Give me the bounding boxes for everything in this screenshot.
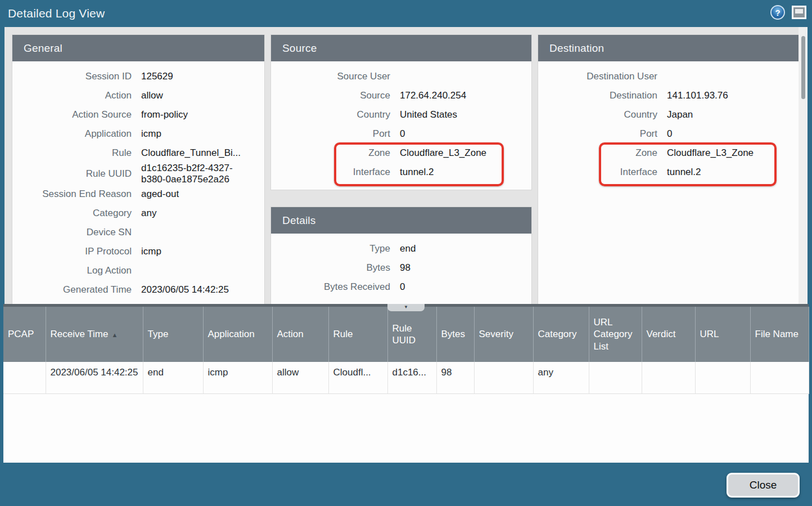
field-row-port: Port0 [271, 124, 531, 144]
general-panel-title: General [12, 35, 264, 61]
field-row-rule: RuleCloudflare_Tunnel_Bi... [12, 144, 264, 163]
field-row-source: Source172.64.240.254 [271, 86, 531, 105]
field-row-action: Actionallow [12, 86, 264, 105]
destination-panel-title: Destination [538, 35, 799, 61]
field-row-session-id: Session ID125629 [12, 67, 264, 86]
cell-severity [474, 362, 533, 393]
field-value: Cloudflare_Tunnel_Bi... [141, 147, 254, 159]
field-label: Generated Time [12, 284, 132, 295]
field-row-zone: ZoneCloudflare_L3_Zone [271, 144, 531, 163]
destination-panel-body: Destination UserDestination141.101.93.76… [538, 61, 799, 182]
details-panel-title: Details [271, 207, 531, 234]
field-label: Country [538, 109, 657, 120]
details-panel: Details TypeendBytes98Bytes Received0 [271, 207, 531, 304]
column-header-label: Application [208, 329, 255, 339]
column-header-label: URL Category List [594, 317, 633, 352]
field-label: Source [271, 90, 390, 101]
field-row-rule-uuid: Rule UUIDd1c16235-b2f2-4327-b380-0ae1875… [12, 163, 264, 185]
source-panel-title: Source [271, 35, 531, 61]
field-value: d1c16235-b2f2-4327-b380-0ae1875e2a26 [141, 163, 254, 185]
column-header-label: Type [148, 329, 169, 339]
column-header-url[interactable]: URL [695, 307, 750, 362]
column-header-label: Verdict [647, 329, 676, 339]
field-label: Action Source [12, 109, 132, 120]
field-value: icmp [141, 128, 254, 140]
cell-receive-time: 2023/06/05 14:42:25 [46, 362, 143, 393]
column-header-category[interactable]: Category [533, 307, 589, 362]
field-value: Cloudflare_L3_Zone [400, 147, 521, 159]
field-value: end [400, 243, 521, 254]
column-header-rule-uuid[interactable]: Rule UUID [387, 307, 436, 362]
cell-pcap [3, 362, 46, 393]
field-row-interface: Interfacetunnel.2 [271, 163, 531, 182]
field-label: Session End Reason [12, 189, 132, 200]
page-title: Detailed Log View [0, 7, 105, 20]
column-header-label: PCAP [8, 329, 34, 339]
field-value: United States [400, 109, 521, 120]
field-value: 172.64.240.254 [400, 90, 521, 101]
field-label: Device SN [12, 227, 132, 238]
table-header-row: PCAPReceive Time▲TypeApplicationActionRu… [3, 307, 809, 362]
cell-application: icmp [203, 362, 272, 393]
field-row-zone: ZoneCloudflare_L3_Zone [538, 144, 799, 163]
close-button[interactable]: Close [727, 473, 800, 498]
sort-ascending-icon: ▲ [111, 332, 118, 338]
column-header-label: File Name [755, 329, 799, 339]
window-glyph [795, 9, 803, 14]
cell-rule: Cloudfl... [328, 362, 387, 393]
log-detail-area: General Session ID125629ActionallowActio… [4, 27, 808, 304]
titlebar: Detailed Log View ? [0, 0, 812, 27]
field-label: Zone [271, 147, 390, 159]
vertical-scrollbar [799, 27, 808, 304]
column-header-url-category-list[interactable]: URL Category List [589, 307, 642, 362]
scrollbar-thumb[interactable] [801, 36, 805, 99]
field-value: any [141, 208, 254, 219]
column-header-label: Bytes [441, 329, 466, 339]
column-header-type[interactable]: Type [143, 307, 203, 362]
column-header-rule[interactable]: Rule [328, 307, 387, 362]
field-value: 2023/06/05 14:42:25 [141, 284, 254, 295]
maximize-window-icon[interactable] [792, 6, 806, 19]
field-label: Country [271, 109, 390, 120]
field-label: Zone [538, 147, 657, 159]
field-row-country: CountryJapan [538, 105, 799, 124]
help-icon[interactable]: ? [770, 5, 785, 20]
column-header-file-name[interactable]: File Name [750, 307, 809, 362]
field-label: Action [12, 90, 132, 101]
field-value: 0 [667, 128, 788, 140]
column-header-action[interactable]: Action [272, 307, 328, 362]
field-value: allow [141, 90, 254, 101]
field-value: 0 [400, 128, 521, 140]
column-header-pcap[interactable]: PCAP [3, 307, 46, 362]
field-row-bytes: Bytes98 [271, 258, 531, 277]
field-value: 98 [400, 262, 521, 274]
field-row-category: Categoryany [12, 204, 264, 223]
column-header-severity[interactable]: Severity [474, 307, 533, 362]
field-row-source-user: Source User [271, 67, 531, 86]
field-label: Port [538, 128, 657, 140]
field-value: icmp [141, 246, 254, 257]
cell-type: end [143, 362, 203, 393]
collapse-handle[interactable]: ▼ [387, 304, 425, 311]
field-row-bytes-received: Bytes Received0 [271, 277, 531, 297]
field-value: tunnel.2 [667, 167, 788, 178]
field-value: Japan [667, 109, 788, 120]
cell-url-category-list [589, 362, 642, 393]
column-header-verdict[interactable]: Verdict [642, 307, 695, 362]
field-row-port: Port0 [538, 124, 799, 144]
field-value: 0 [400, 281, 521, 293]
column-header-application[interactable]: Application [203, 307, 272, 362]
details-panel-body: TypeendBytes98Bytes Received0 [271, 234, 531, 297]
log-table-row[interactable]: 2023/06/05 14:42:25endicmpallowCloudfl..… [3, 362, 809, 393]
column-header-receive-time[interactable]: Receive Time▲ [46, 307, 143, 362]
field-label: Source User [271, 71, 390, 82]
column-header-label: Rule [333, 329, 353, 339]
field-label: Category [12, 208, 132, 219]
field-row-log-action: Log Action [12, 261, 264, 280]
column-header-bytes[interactable]: Bytes [436, 307, 474, 362]
field-label: Destination [538, 90, 657, 101]
field-label: Rule [12, 147, 132, 159]
log-table: PCAPReceive Time▲TypeApplicationActionRu… [3, 307, 809, 394]
cell-url [695, 362, 750, 393]
field-row-country: CountryUnited States [271, 105, 531, 124]
